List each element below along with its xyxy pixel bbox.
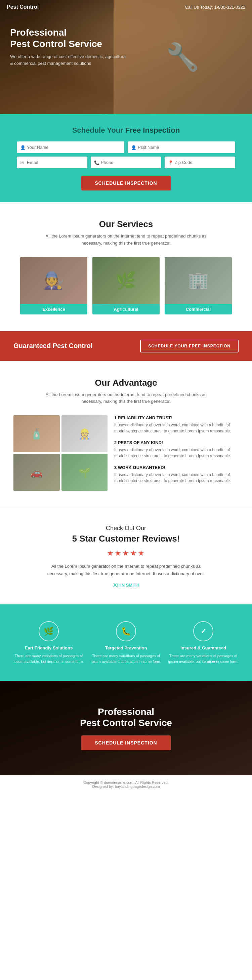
feature-title-2: Targeted Prevention [91,645,161,651]
advantage-image-3: 🚗 [13,454,60,491]
hero-section: 🔧 ProfessionalPest Control Service We of… [0,0,252,114]
advantage-image-2: 👷 [62,415,108,452]
advantage-item-2: 2 PESTS OF ANY KIND! It uses a dictionar… [114,440,239,459]
advantage-item-2-text: It uses a dictionary of over latin word,… [114,447,239,459]
service-image-excellence: 🧑‍🔧 [20,257,87,304]
advantage-content: 🧴 👷 🚗 🌱 1 RELIABILITY AND TRUST! It uses… [13,415,239,491]
services-subtitle: All the Lorem ipsum generators on the In… [42,233,210,247]
reviews-title: 5 Star Customer Reviews! [13,533,239,544]
header: Pest Control Call Us Today: 1-800-321-33… [0,0,252,14]
location-icon: 📍 [168,160,173,165]
guarantee-text: Guaranteed Pest Control [13,342,93,350]
advantage-subtitle: All the Lorem ipsum generators on the In… [42,391,210,406]
service-image-agricultural: 🌿 [93,257,159,304]
reviews-stars: ★★★★★ [13,549,239,558]
form-row-2: ✉ 📞 📍 [17,157,235,168]
service-label-excellence: Excellence [20,304,87,315]
reviews-pre-title: Check Out Our [13,525,239,532]
service-icon-3: 🏢 [188,271,209,290]
footer-designed: Designed by: buylandingpagedesign.com [7,784,245,789]
advantage-item-3: 3 WORK GUARANTEED! It uses a dictionary … [114,465,239,484]
phone-input[interactable] [91,157,161,168]
advantage-images: 🧴 👷 🚗 🌱 [13,415,107,491]
phone-wrap: 📞 [91,157,161,168]
email-wrap: ✉ [17,157,87,168]
advantage-list: 1 RELIABILITY AND TRUST! It uses a dicti… [114,415,239,491]
feature-icon-2: 🐛 [116,621,136,641]
services-section: Our Serviecs All the Lorem ipsum generat… [0,202,252,331]
feature-text-3: There are many variations of passages of… [168,653,239,664]
hero-title: ProfessionalPest Control Service [10,27,129,49]
email-icon: ✉ [20,160,24,165]
service-icon-1: 🧑‍🔧 [43,271,64,290]
schedule-inspection-button[interactable]: SCHEDULE INSPECTION [81,176,171,191]
feature-item-3: ✓ Insured & Guaranteed There are many va… [168,621,239,664]
reviewer-name: JOHN SMITH [13,582,239,588]
footer-hero-content: ProfessionalPest Control Service SCHEDUL… [80,706,172,750]
advantage-section: Our Advantage All the Lorem ipsum genera… [0,361,252,508]
person-icon: 👤 [20,145,26,150]
zip-wrap: 📍 [165,157,235,168]
reviews-section: Check Out Our 5 Star Customer Reviews! ★… [0,508,252,605]
feature-item-1: 🌿 Eart Friendly Solutions There are many… [13,621,84,664]
features-grid: 🌿 Eart Friendly Solutions There are many… [13,621,239,664]
service-label-commercial: Commercial [165,304,232,315]
technician-icon: 🔧 [166,41,199,73]
guarantee-button[interactable]: SCHEDULE YOUR FREE INSPECTION [140,340,239,352]
advantage-item-3-title: 3 WORK GUARANTEED! [114,465,239,470]
service-card-excellence: 🧑‍🔧 Excellence [20,257,87,315]
header-phone: Call Us Today: 1-800-321-3322 [185,5,245,10]
features-section: 🌿 Eart Friendly Solutions There are many… [0,605,252,681]
first-name-input[interactable] [17,142,124,153]
feature-text-1: There are many variations of passages of… [13,653,84,664]
feature-title-1: Eart Friendly Solutions [13,645,84,651]
header-logo: Pest Control [7,4,39,10]
feature-icon-3: ✓ [193,621,213,641]
first-name-wrap: 👤 [17,142,124,153]
feature-item-2: 🐛 Targeted Prevention There are many var… [91,621,161,664]
service-card-agricultural: 🌿 Agricultural [93,257,159,315]
service-card-commercial: 🏢 Commercial [165,257,232,315]
form-row-1: 👤 👤 [17,142,235,153]
last-name-input[interactable] [128,142,235,153]
services-title: Our Serviecs [13,219,239,229]
guarantee-banner: Guaranteed Pest Control SCHEDULE YOUR FR… [0,331,252,361]
feature-icon-1: 🌿 [39,621,59,641]
service-label-agricultural: Agricultural [93,304,159,315]
advantage-item-2-title: 2 PESTS OF ANY KIND! [114,440,239,445]
zip-input[interactable] [165,157,235,168]
review-text: All the Lorem Ipsum generator on the Int… [42,563,210,578]
hero-subtitle: We offer a wide range of cost effective … [10,53,129,67]
phone-icon: 📞 [94,160,99,165]
footer: Copyright © domainname.com. All Rights R… [0,775,252,794]
advantage-item-1: 1 RELIABILITY AND TRUST! It uses a dicti… [114,415,239,434]
footer-hero-title: ProfessionalPest Control Service [80,706,172,729]
feature-text-2: There are many variations of passages of… [91,653,161,664]
service-image-commercial: 🏢 [165,257,232,304]
advantage-item-3-text: It uses a dictionary of over latin word,… [114,472,239,484]
feature-title-3: Insured & Guaranteed [168,645,239,651]
services-grid: 🧑‍🔧 Excellence 🌿 Agricultural 🏢 Commerci… [13,257,239,315]
last-name-wrap: 👤 [128,142,235,153]
email-input[interactable] [17,157,87,168]
service-icon-2: 🌿 [116,271,136,290]
person-icon-2: 👤 [131,145,136,150]
schedule-section: Schedule Your Free Inspection 👤 👤 ✉ 📞 📍 … [0,114,252,202]
advantage-item-1-title: 1 RELIABILITY AND TRUST! [114,415,239,420]
advantage-image-4: 🌱 [62,454,108,491]
footer-hero-section: ProfessionalPest Control Service SCHEDUL… [0,681,252,775]
footer-schedule-button[interactable]: SCHEDULE INSPECTION [81,735,171,750]
schedule-title: Schedule Your Free Inspection [17,126,235,135]
advantage-item-1-text: It uses a dictionary of over latin word,… [114,422,239,434]
advantage-title: Our Advantage [13,378,239,388]
footer-copyright: Copyright © domainname.com. All Rights R… [7,780,245,784]
advantage-image-1: 🧴 [13,415,60,452]
